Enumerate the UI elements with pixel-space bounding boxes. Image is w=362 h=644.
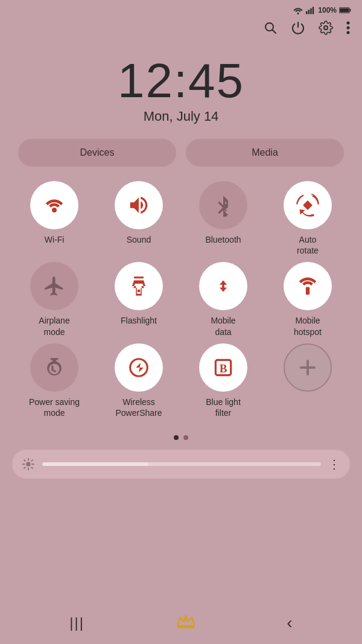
qs-label-airplane: Airplanemode <box>39 315 69 337</box>
svg-line-27 <box>24 460 25 461</box>
qs-label-bluetooth: Bluetooth <box>205 234 241 245</box>
svg-line-29 <box>31 460 33 461</box>
qs-circle-add <box>284 343 332 392</box>
qs-label-mobiledata: Mobiledata <box>211 315 235 337</box>
quick-settings: Wi-Fi Sound Bluetooth <box>0 181 362 430</box>
qs-item-bluetooth[interactable]: Bluetooth <box>187 181 259 245</box>
mobilehotspot-icon <box>296 275 319 298</box>
brightness-icon <box>22 457 35 471</box>
qs-item-mobiledata[interactable]: Mobiledata <box>187 262 259 337</box>
svg-point-13 <box>347 31 350 34</box>
mobiledata-icon <box>212 275 235 298</box>
qs-circle-mobiledata <box>199 262 247 310</box>
qs-label-bluelightfilter: Blue lightfilter <box>206 397 241 418</box>
qs-circle-mobilehotspot <box>284 262 332 310</box>
qs-item-bluelightfilter[interactable]: B Blue lightfilter <box>187 343 259 418</box>
power-icon[interactable] <box>291 21 305 39</box>
clock-date: Mon, July 14 <box>0 109 362 124</box>
nav-back-button[interactable]: ‹ <box>287 613 292 633</box>
qs-circle-powersaving <box>30 343 78 392</box>
qs-row-3: Power savingmode WirelessPowerShare B Bl… <box>12 343 350 418</box>
more-icon[interactable] <box>346 21 350 39</box>
qs-item-wifi[interactable]: Wi-Fi <box>18 181 91 245</box>
signal-status-icon <box>306 6 316 14</box>
svg-point-0 <box>297 13 299 14</box>
search-icon[interactable] <box>263 21 278 39</box>
clock-area: 12:45 Mon, July 14 <box>0 45 362 139</box>
qs-circle-sound <box>115 181 163 229</box>
svg-point-11 <box>347 22 350 25</box>
qs-label-mobilehotspot: Mobilehotspot <box>294 315 322 337</box>
svg-rect-7 <box>340 8 349 12</box>
qs-item-sound[interactable]: Sound <box>103 181 175 245</box>
pagination <box>0 435 362 440</box>
svg-line-28 <box>31 467 33 468</box>
svg-rect-3 <box>310 8 311 14</box>
qs-item-add[interactable] <box>272 343 344 397</box>
qs-label-wifi: Wi-Fi <box>45 234 65 245</box>
svg-line-30 <box>24 467 25 468</box>
svg-rect-2 <box>308 10 310 14</box>
qs-row-2: Airplanemode Flashlight Mobiledata <box>12 262 350 337</box>
airplane-icon <box>43 275 66 298</box>
action-bar <box>0 17 362 45</box>
status-bar: 100% <box>0 0 362 17</box>
svg-point-10 <box>324 26 328 30</box>
wifi-icon <box>43 194 66 217</box>
powersaving-icon <box>43 356 66 379</box>
qs-label-autorotate: Autorotate <box>297 234 319 256</box>
brightness-bar[interactable]: ⋮ <box>12 450 350 479</box>
nav-home-button[interactable] <box>176 613 196 634</box>
tab-devices[interactable]: Devices <box>18 139 176 167</box>
qs-label-flashlight: Flashlight <box>121 315 157 326</box>
qs-item-powersaving[interactable]: Power savingmode <box>18 343 91 418</box>
autorotate-icon <box>296 194 319 217</box>
clock-time: 12:45 <box>0 57 362 105</box>
svg-text:B: B <box>220 362 227 375</box>
svg-point-22 <box>26 462 30 466</box>
bottom-nav: ||| ‹ <box>0 602 362 644</box>
qs-circle-bluetooth <box>199 181 247 229</box>
svg-rect-6 <box>349 9 351 11</box>
pagination-dot-1 <box>174 435 179 440</box>
qs-circle-autorotate <box>284 181 332 229</box>
qs-item-airplane[interactable]: Airplanemode <box>18 262 91 337</box>
wifi-status-icon <box>293 6 303 14</box>
svg-rect-4 <box>313 7 314 14</box>
battery-status-icon <box>339 7 351 14</box>
settings-icon[interactable] <box>319 21 333 39</box>
qs-row-1: Wi-Fi Sound Bluetooth <box>12 181 350 256</box>
add-icon <box>296 356 319 379</box>
qs-item-autorotate[interactable]: Autorotate <box>272 181 344 256</box>
svg-line-9 <box>273 30 276 34</box>
qs-circle-wifi <box>30 181 78 229</box>
flashlight-icon <box>127 275 150 298</box>
tab-media[interactable]: Media <box>186 139 344 167</box>
qs-circle-airplane <box>30 262 78 310</box>
qs-circle-bluelightfilter: B <box>199 343 247 392</box>
svg-rect-16 <box>306 287 310 295</box>
qs-circle-wirelesspowershare <box>115 343 163 392</box>
brightness-more-icon[interactable]: ⋮ <box>328 457 340 471</box>
qs-item-wirelesspowershare[interactable]: WirelessPowerShare <box>103 343 175 418</box>
status-icons: 100% <box>293 6 351 14</box>
tab-buttons: Devices Media <box>0 139 362 181</box>
bluetooth-icon <box>212 194 235 217</box>
svg-point-14 <box>52 208 57 212</box>
bluelightfilter-icon: B <box>212 356 235 379</box>
svg-point-15 <box>138 290 141 293</box>
svg-rect-1 <box>306 11 307 14</box>
qs-item-flashlight[interactable]: Flashlight <box>103 262 175 326</box>
qs-item-mobilehotspot[interactable]: Mobilehotspot <box>272 262 344 337</box>
svg-point-12 <box>347 27 350 30</box>
nav-recent-button[interactable]: ||| <box>69 614 84 631</box>
brightness-track[interactable] <box>42 462 321 466</box>
sound-icon <box>127 194 150 217</box>
battery-percentage: 100% <box>318 6 337 14</box>
pagination-dot-2 <box>183 435 188 440</box>
qs-label-wirelesspowershare: WirelessPowerShare <box>115 397 162 418</box>
brightness-fill <box>42 462 148 466</box>
qs-label-sound: Sound <box>127 234 151 245</box>
qs-label-powersaving: Power savingmode <box>29 397 80 418</box>
wirelesspowershare-icon <box>127 356 150 379</box>
